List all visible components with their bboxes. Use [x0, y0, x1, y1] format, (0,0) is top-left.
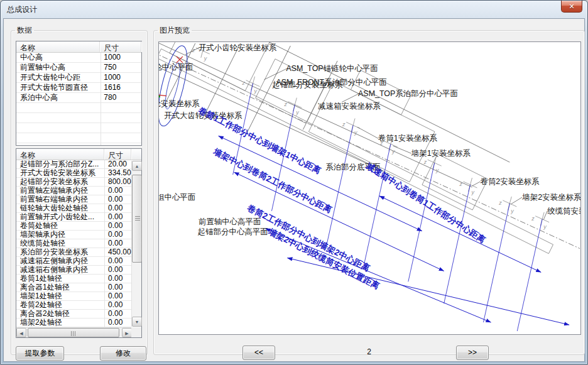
drawing-label: 组中心平面 [159, 193, 195, 202]
table-row[interactable]: 墙架2处轴径 0.00 [16, 319, 131, 327]
cell-name: 前置轴中心高 [16, 63, 100, 73]
table-row[interactable]: 开式大齿轮安装坐标系 334.50 [16, 169, 131, 178]
dimension-line [379, 196, 541, 272]
column-header-size[interactable]: 尺寸 [100, 41, 141, 52]
cell-name: 墙架2处轴径 [16, 319, 104, 327]
scroll-right-icon[interactable]: ▶ [122, 328, 132, 337]
table-row[interactable]: 前置轴左端轴承内径 0.00 [16, 187, 131, 195]
extract-parameters-button[interactable]: 提取参数 [16, 346, 64, 361]
construction-line [247, 46, 291, 133]
scroll-left-icon[interactable]: ◀ [16, 328, 26, 337]
drawing-label: 卷筒2安装坐标系 [480, 177, 540, 186]
previous-page-button[interactable]: << [242, 346, 275, 360]
table-row[interactable]: 卷筒2处轴径 0.00 [16, 301, 131, 310]
csys-marker: y [435, 167, 439, 173]
dialog-window: 总成设计 ✕ 数据 名称 尺寸 [0, 0, 588, 365]
cell-name: 链轮轴大齿轮处轴径 [16, 204, 104, 213]
leader-line [511, 197, 522, 204]
dimension-label: 墙架2中心到绞缆筒安装位置距离 [266, 227, 381, 291]
cell-name: 减速箱右侧轴承内径 [16, 266, 104, 275]
csys-marker: z [192, 47, 195, 53]
table-row[interactable]: 绞缆筒处轴径 0.00 [16, 239, 131, 248]
scroll-up-icon[interactable]: ▲ [132, 161, 142, 171]
drawing-label: 前置轴中心高平面 [199, 217, 261, 226]
table-row[interactable]: 减速箱右侧轴承内径 0.00 [16, 266, 131, 275]
cell-name: 起锚部分安装坐标系 [16, 178, 104, 187]
table-row[interactable]: 离合器1处轴径 0.00 [16, 283, 131, 292]
csys-marker: y [543, 224, 547, 230]
column-header-name[interactable]: 名称 [16, 149, 104, 160]
cell-size: 0.00 [104, 204, 131, 213]
table-body: 中心高 1000 前置轴中心高 750 开式大齿轮中心距 1000 [16, 53, 141, 145]
cell-name: 绞缆筒处轴径 [16, 239, 104, 248]
table-row[interactable]: 起锚部分与系泊部分Z... 20.00 [16, 160, 131, 169]
table-row[interactable]: 中心高 1000 [16, 53, 141, 63]
close-button[interactable]: ✕ [561, 1, 582, 13]
table-row[interactable]: 前置轴中心高 750 [16, 63, 141, 73]
table-row[interactable]: 减速箱左侧轴承内径 0.00 [16, 257, 131, 266]
cell-size: 0.00 [104, 301, 131, 310]
table-row[interactable]: 开式大齿轮中心距 1000 [16, 73, 141, 83]
cell-size: 450.00 [104, 248, 131, 257]
cell-name: 减速箱左侧轴承内径 [16, 257, 104, 266]
csys-marker: y [254, 88, 258, 94]
horizontal-scrollbar[interactable]: ◀ ▶ [16, 327, 132, 337]
csys-marker: y [510, 208, 514, 214]
construction-line [259, 42, 510, 162]
titlebar[interactable]: 总成设计 ✕ [1, 1, 587, 18]
table-row[interactable]: 链轮轴大齿轮处轴径 0.00 [16, 204, 131, 213]
csys-marker: z [242, 80, 246, 86]
csys-marker: z [342, 121, 346, 128]
table-row[interactable]: 卷筒1处轴径 0.00 [16, 275, 131, 283]
extension-line [444, 185, 471, 303]
cell-size: 1000 [100, 73, 141, 83]
cell-name: 卷筒处轴径 [16, 222, 104, 231]
horizontal-scrollbar-thumb[interactable] [28, 328, 119, 337]
scroll-down-icon[interactable]: ▼ [132, 317, 142, 327]
table-header: 名称 尺寸 [16, 41, 141, 53]
table-row[interactable]: 前置轴开式小齿轮处... 0.00 [16, 213, 131, 222]
column-header-size[interactable]: 尺寸 [104, 149, 131, 160]
next-page-button[interactable]: >> [456, 346, 489, 360]
cell-size: 0.00 [104, 231, 131, 239]
vertical-scrollbar[interactable]: ▲ ▼ [131, 161, 141, 327]
csys-marker: z [498, 200, 502, 206]
table-row[interactable]: 前置轴右端轴承内径 0.00 [16, 195, 131, 204]
csys-marker: z [283, 101, 287, 107]
drawing-label: 墙架2安装坐标系 [521, 193, 580, 202]
table-row[interactable]: 系泊中心高 780 [16, 93, 141, 103]
column-divider [101, 53, 101, 145]
table-row[interactable]: 开式大齿轮节圆直径 1616 [16, 83, 141, 93]
cell-name: 开式大齿轮中心距 [16, 73, 100, 83]
cell-size: 1000 [100, 53, 141, 63]
cell-name: 墙架轴承内径 [16, 231, 104, 239]
thumb-grip [71, 331, 76, 336]
cell-size: 0.00 [104, 319, 131, 327]
cell-name: 前置轴右端轴承内径 [16, 195, 104, 204]
csys-marker: y [391, 148, 395, 155]
cell-name: 前置轴左端轴承内径 [16, 187, 104, 195]
vertical-scrollbar-thumb[interactable] [132, 175, 142, 263]
table-row[interactable]: 卷筒处轴径 0.00 [16, 222, 131, 231]
table-row[interactable]: 起锚部分安装坐标系 800.00 [16, 178, 131, 187]
cell-name: 离合器2处轴径 [16, 310, 104, 319]
table-row[interactable]: 墙架轴承内径 0.00 [16, 231, 131, 239]
column-divider [104, 160, 105, 327]
cell-size: 800.00 [104, 178, 131, 187]
leader-line [342, 94, 359, 102]
table-row[interactable]: 墙架1处轴径 0.00 [16, 292, 131, 301]
table-row[interactable]: 系泊部分安装坐标系 450.00 [16, 248, 131, 257]
csys-marker: z [531, 215, 535, 222]
drawing-label: ASM_TOP锚链轮中心平面 [286, 64, 378, 73]
cell-size: 0.00 [104, 195, 131, 204]
modify-button[interactable]: 修改 [100, 346, 146, 361]
scrollbar-corner [131, 327, 141, 337]
drawing-label: 起锚部分安装坐标系 [272, 80, 343, 89]
table-row[interactable]: 离合器2处轴径 0.00 [16, 310, 131, 319]
cell-size: 0.00 [104, 187, 131, 195]
leader-line [472, 182, 481, 186]
extension-line [483, 204, 509, 322]
csys-marker: y [354, 129, 357, 136]
cell-size: 0.00 [104, 266, 131, 275]
column-header-name[interactable]: 名称 [16, 41, 100, 52]
